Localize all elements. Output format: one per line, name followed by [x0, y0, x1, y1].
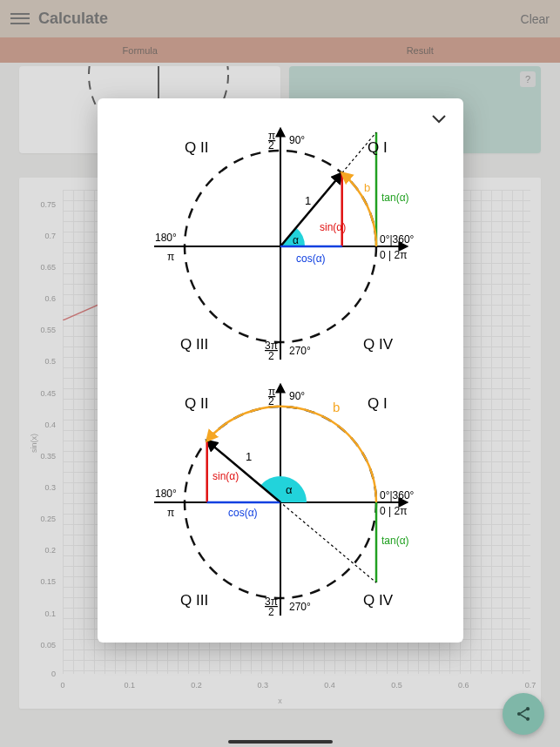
axis-label: 2: [268, 139, 274, 151]
axis-label: 90°: [289, 390, 305, 402]
axis-label: 270°: [289, 601, 311, 613]
unit-circle-diagram-q2: Q II Q I Q III Q IV π 2 90° 0°|360° 0 | …: [106, 372, 455, 633]
share-icon: [515, 705, 532, 723]
svg-line-7: [521, 715, 527, 718]
value-label: sin(α): [213, 470, 239, 482]
axis-label: 180°: [155, 232, 177, 244]
value-label: 1: [305, 194, 311, 207]
value-label: cos(α): [296, 252, 326, 265]
axis-label: 0 | 2π: [380, 505, 407, 517]
quadrant-label: Q IV: [363, 592, 394, 609]
share-button[interactable]: [503, 693, 544, 735]
axis-label: 2: [268, 395, 274, 407]
axis-label: 90°: [289, 134, 305, 146]
close-button[interactable]: [430, 111, 448, 128]
value-label: b: [333, 400, 340, 414]
unit-circle-diagram-q1: Q II Q I Q III Q IV π 2 90° 0°|360° 0 | …: [106, 107, 455, 368]
quadrant-label: Q II: [185, 395, 208, 412]
axis-label: π: [167, 507, 174, 519]
value-label: cos(α): [228, 507, 258, 519]
quadrant-label: Q I: [368, 139, 388, 156]
axis-label: 270°: [289, 345, 311, 357]
svg-line-6: [521, 710, 527, 713]
value-label: α: [293, 234, 299, 246]
quadrant-label: Q IV: [363, 336, 394, 353]
axis-label: 0°|360°: [380, 233, 415, 246]
quadrant-label: Q I: [368, 395, 388, 412]
axis-label: π: [167, 251, 174, 263]
value-label: 1: [246, 450, 252, 463]
unit-circle-modal: Q II Q I Q III Q IV π 2 90° 0°|360° 0 | …: [98, 98, 463, 643]
chevron-down-icon: [430, 111, 448, 128]
value-label: b: [364, 181, 370, 194]
axis-label: 0 | 2π: [380, 249, 407, 261]
quadrant-label: Q II: [185, 139, 208, 156]
quadrant-label: Q III: [180, 592, 208, 609]
axis-label: 0°|360°: [380, 489, 415, 501]
value-label: sin(α): [320, 221, 346, 233]
value-label: tan(α): [381, 535, 409, 547]
axis-label: 2: [268, 350, 274, 362]
quadrant-label: Q III: [180, 336, 208, 353]
value-label: α: [286, 483, 293, 496]
axis-label: 2: [268, 606, 274, 618]
svg-line-11: [280, 173, 342, 246]
home-indicator: [228, 740, 333, 744]
axis-label: 180°: [155, 488, 177, 500]
value-label: tan(α): [381, 192, 409, 204]
